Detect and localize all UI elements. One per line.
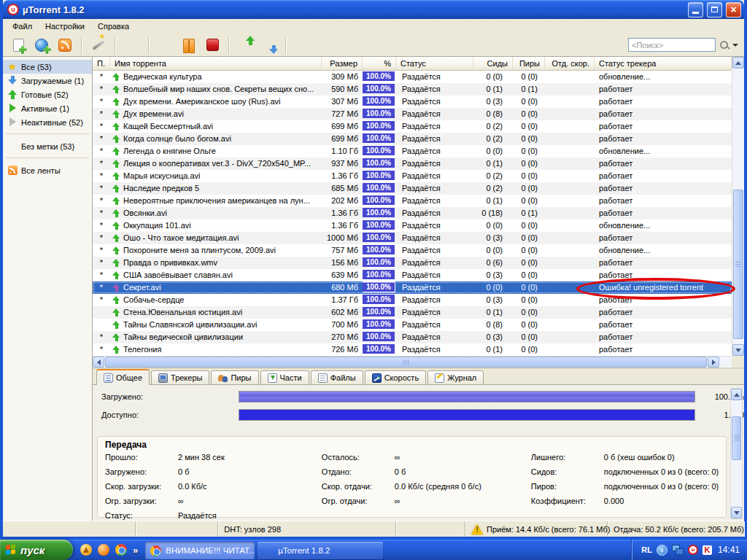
- column-header[interactable]: Отд. скор.: [545, 57, 595, 70]
- hide-tray-icons-chevron[interactable]: ‹: [657, 545, 667, 556]
- toolbar-button[interactable]: [156, 36, 175, 55]
- scroll-up-button[interactable]: [732, 57, 744, 69]
- column-header[interactable]: Размер: [322, 57, 363, 70]
- column-header[interactable]: Сиды: [473, 57, 513, 70]
- search-dropdown-caret-icon[interactable]: [732, 44, 738, 47]
- detail-tab[interactable]: Журнал: [427, 370, 484, 384]
- list-horizontal-scrollbar[interactable]: [93, 356, 732, 368]
- table-row[interactable]: * Похороните меня за плинтусом, 2009.avi…: [93, 244, 732, 257]
- row-upspeed: [545, 294, 595, 306]
- chrome-icon[interactable]: [115, 544, 127, 556]
- toolbar-button[interactable]: [285, 36, 287, 54]
- transfer-field-value: 0.0 Кб/с: [178, 482, 207, 491]
- table-row[interactable]: * Ведическая культура 309 Мб 100.0% Разд…: [93, 71, 732, 83]
- table-row[interactable]: * Телегония 726 Мб 100.0% Раздаётся 0 (1…: [93, 343, 732, 356]
- table-row[interactable]: * Кащей Бессмертный.avi 699 Мб 100.0% Ра…: [93, 120, 732, 133]
- scroll-down-button[interactable]: [731, 507, 742, 518]
- menu-item[interactable]: Файл: [6, 20, 39, 33]
- table-row[interactable]: * Овсянки.avi 1.36 Гб 100.0% Раздаётся 0…: [93, 207, 732, 219]
- toolbar-button[interactable]: [179, 36, 198, 55]
- table-row[interactable]: * Оккупация 101.avi 1.36 Гб 100.0% Разда…: [93, 219, 732, 232]
- toolbar-button[interactable]: [228, 36, 230, 54]
- toolbar-button[interactable]: [115, 36, 116, 54]
- toolbar-button[interactable]: [148, 36, 150, 54]
- table-row[interactable]: * Тайны ведической цивилизации 270 Мб 10…: [93, 331, 732, 343]
- sidebar-item[interactable]: Без метки (53): [3, 139, 92, 153]
- detail-tab[interactable]: Трекеры: [151, 370, 209, 384]
- toolbar-button[interactable]: [89, 36, 108, 55]
- utorrent-tray-icon[interactable]: u: [688, 545, 698, 555]
- scroll-down-button[interactable]: [732, 344, 744, 356]
- detail-tab[interactable]: Скорость: [365, 370, 427, 384]
- toolbar-button[interactable]: [123, 36, 142, 55]
- table-row[interactable]: * Собачье-сердце 1.37 Гб 100.0% Раздаётс…: [93, 294, 732, 306]
- table-row[interactable]: * Когда солнце было богом.avi 699 Мб 100…: [93, 133, 732, 145]
- toolbar-button[interactable]: [55, 36, 74, 55]
- scroll-left-button[interactable]: [93, 357, 104, 368]
- column-header[interactable]: %: [363, 57, 396, 70]
- language-indicator[interactable]: RL: [641, 545, 652, 554]
- quick-launch-icon-2[interactable]: [98, 544, 109, 556]
- toolbar-button[interactable]: [203, 36, 222, 55]
- detail-tab[interactable]: Пиры: [211, 370, 258, 384]
- sidebar-item[interactable]: Все ленты: [3, 163, 92, 177]
- start-button[interactable]: пуск: [0, 540, 73, 560]
- horizontal-scroll-thumb[interactable]: [105, 357, 707, 368]
- table-row[interactable]: Стена.Ювенальная юстиция.avi 602 Мб 100.…: [93, 306, 732, 319]
- column-header[interactable]: Статус трекера: [595, 57, 732, 70]
- toolbar-button[interactable]: [236, 36, 255, 55]
- sidebar-item[interactable]: Загружаемые (1): [3, 74, 92, 88]
- network-tray-icon[interactable]: [672, 545, 684, 555]
- vertical-scroll-thumb[interactable]: [732, 416, 741, 460]
- scroll-right-button[interactable]: [708, 357, 719, 368]
- search-input[interactable]: [628, 38, 716, 52]
- table-row[interactable]: * Невероятные приключения американцев на…: [93, 195, 732, 207]
- table-row[interactable]: * Дух времени. Американское шоу (Rus).av…: [93, 96, 732, 108]
- column-header[interactable]: П.: [93, 57, 110, 70]
- toolbar-button[interactable]: [81, 36, 82, 54]
- menu-item[interactable]: Настройки: [39, 20, 91, 33]
- table-row[interactable]: Тайны Славянской цивилизации.avi 700 Мб …: [93, 319, 732, 331]
- minimize-button[interactable]: [688, 2, 703, 18]
- toolbar-button[interactable]: [293, 36, 312, 55]
- list-vertical-scrollbar[interactable]: [732, 57, 744, 356]
- sidebar-item[interactable]: Неактивные (52): [3, 115, 92, 129]
- toolbar-button[interactable]: [32, 36, 51, 55]
- table-row[interactable]: * Дух времени.avi 727 Мб 100.0% Раздаётс…: [93, 108, 732, 120]
- title-bar[interactable]: u µTorrent 1.8.2 ×: [3, 0, 744, 19]
- detail-tab[interactable]: Файлы: [311, 370, 363, 384]
- search-icon[interactable]: [720, 41, 728, 49]
- row-peers: 0 (0): [513, 244, 545, 257]
- column-header[interactable]: Статус: [396, 57, 473, 70]
- table-row[interactable]: * Наследие предков 5 685 Мб 100.0% Разда…: [93, 182, 732, 195]
- sidebar-item[interactable]: Все (53): [3, 60, 92, 74]
- detail-tab[interactable]: Общее: [96, 369, 150, 385]
- table-row[interactable]: * Волшебный мир наших снов. Секреты вещи…: [93, 83, 732, 96]
- quick-launch-icon-1[interactable]: [80, 544, 92, 556]
- vertical-scroll-thumb[interactable]: [733, 190, 743, 339]
- table-row[interactable]: * Лекция о кооперативах ver.3 - DivX_720…: [93, 158, 732, 170]
- table-row[interactable]: * США завоёвывает славян.avi 639 Мб 100.…: [93, 269, 732, 281]
- table-row[interactable]: * Легенда о княгине Ольге 1.10 Гб 100.0%…: [93, 145, 732, 158]
- table-row[interactable]: * Ошо - Что такое медитация.avi 1000 Мб …: [93, 232, 732, 244]
- detail-vertical-scrollbar[interactable]: [730, 388, 743, 519]
- quick-launch-overflow-chevron[interactable]: »: [133, 545, 138, 556]
- taskbar-task-button[interactable]: ВНИМАНИЕ!!! ЧИТАТ...: [145, 542, 255, 559]
- sidebar-item[interactable]: Активные (1): [3, 101, 92, 115]
- sidebar: Все (53) Загружаемые (1) Готовые (52) Ак…: [3, 57, 93, 521]
- column-header[interactable]: Пиры: [513, 57, 545, 70]
- antivirus-tray-icon[interactable]: K: [703, 545, 712, 555]
- toolbar-button[interactable]: [9, 36, 28, 55]
- maximize-button[interactable]: [707, 2, 722, 18]
- toolbar-button[interactable]: [260, 36, 279, 55]
- table-row[interactable]: * Марья искусница.avi 1.36 Гб 100.0% Раз…: [93, 170, 732, 182]
- scroll-up-button[interactable]: [731, 389, 742, 400]
- table-row[interactable]: * Правда о прививках.wmv 156 Мб 100.0% Р…: [93, 257, 732, 269]
- taskbar-task-button[interactable]: µTorrent 1.8.2: [258, 542, 383, 559]
- column-header[interactable]: Имя торрента: [110, 57, 322, 70]
- close-button[interactable]: ×: [726, 2, 741, 18]
- table-row[interactable]: * Секрет.avi 680 Мб 100.0% Раздаётся 0 (…: [93, 281, 732, 294]
- menu-item[interactable]: Справка: [91, 20, 136, 33]
- detail-tab[interactable]: Части: [260, 370, 309, 384]
- sidebar-item[interactable]: Готовые (52): [3, 88, 92, 101]
